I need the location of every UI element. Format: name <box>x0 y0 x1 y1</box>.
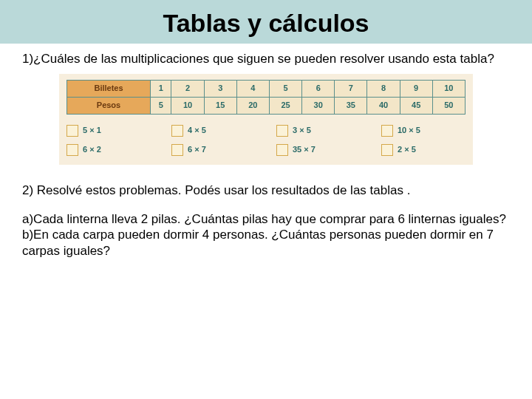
option-35x7[interactable]: 35 × 7 <box>276 144 361 156</box>
row-header-pesos: Pesos <box>67 98 151 115</box>
option-label: 5 × 1 <box>83 126 101 136</box>
question-1: 1)¿Cuáles de las multiplicaciones que si… <box>22 51 510 66</box>
table-cell: 50 <box>432 98 465 115</box>
table-cell: 5 <box>269 81 301 98</box>
option-label: 10 × 5 <box>398 126 420 136</box>
multiplication-table-figure: Billetes 1 2 3 4 5 6 7 8 9 10 Pesos 5 10… <box>59 74 473 165</box>
option-2x5[interactable]: 2 × 5 <box>381 144 466 156</box>
table-cell: 40 <box>367 98 400 115</box>
question-2a: a)Cada linterna lleva 2 pilas. ¿Cuántas … <box>22 211 510 227</box>
question-2b: b)En cada carpa pueden dormir 4 personas… <box>22 227 510 259</box>
table-row: Billetes 1 2 3 4 5 6 7 8 9 10 <box>67 81 466 98</box>
table-cell: 7 <box>335 81 367 98</box>
option-5x1[interactable]: 5 × 1 <box>66 125 151 137</box>
table-cell: 5 <box>151 98 171 115</box>
option-6x7[interactable]: 6 × 7 <box>171 144 256 156</box>
table-cell: 35 <box>335 98 367 115</box>
option-3x5[interactable]: 3 × 5 <box>276 125 361 137</box>
table-cell: 10 <box>171 98 204 115</box>
option-6x2[interactable]: 6 × 2 <box>66 144 151 156</box>
billetes-pesos-table: Billetes 1 2 3 4 5 6 7 8 9 10 Pesos 5 10… <box>66 80 466 115</box>
table-cell: 10 <box>432 81 465 98</box>
checkbox-icon <box>66 144 78 156</box>
checkbox-icon <box>171 144 183 156</box>
table-cell: 6 <box>302 81 335 98</box>
page-title: Tablas y cálculos <box>0 9 532 38</box>
table-cell: 4 <box>236 81 269 98</box>
table-cell: 15 <box>204 98 236 115</box>
option-label: 2 × 5 <box>398 145 416 155</box>
row-header-billetes: Billetes <box>67 81 151 98</box>
option-label: 6 × 7 <box>188 145 206 155</box>
option-label: 6 × 2 <box>83 145 101 155</box>
table-cell: 25 <box>269 98 301 115</box>
checkbox-icon <box>171 125 183 137</box>
option-10x5[interactable]: 10 × 5 <box>381 125 466 137</box>
table-row: Pesos 5 10 15 20 25 30 35 40 45 50 <box>67 98 466 115</box>
options-grid: 5 × 1 4 × 5 3 × 5 10 × 5 6 × 2 6 × 7 <box>66 125 466 156</box>
option-label: 35 × 7 <box>293 145 316 155</box>
checkbox-icon <box>276 125 288 137</box>
table-cell: 8 <box>367 81 400 98</box>
option-4x5[interactable]: 4 × 5 <box>171 125 256 137</box>
table-cell: 9 <box>400 81 432 98</box>
table-cell: 30 <box>302 98 335 115</box>
table-cell: 20 <box>236 98 269 115</box>
title-banner: Tablas y cálculos <box>0 0 532 44</box>
table-cell: 45 <box>400 98 432 115</box>
checkbox-icon <box>66 125 78 137</box>
content-area: 1)¿Cuáles de las multiplicaciones que si… <box>0 44 532 259</box>
table-cell: 1 <box>151 81 171 98</box>
option-label: 4 × 5 <box>188 126 206 136</box>
checkbox-icon <box>276 144 288 156</box>
checkbox-icon <box>381 144 393 156</box>
table-cell: 2 <box>171 81 204 98</box>
checkbox-icon <box>381 125 393 137</box>
option-label: 3 × 5 <box>293 126 311 136</box>
table-cell: 3 <box>204 81 236 98</box>
question-2: 2) Resolvé estos problemas. Podés usar l… <box>22 183 510 198</box>
